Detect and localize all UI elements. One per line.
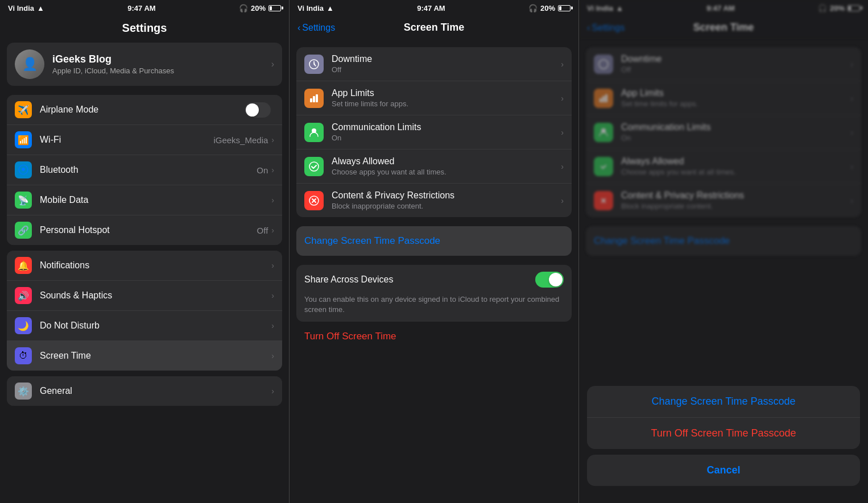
status-left-p2: Vi India ▲ [297,4,334,13]
avatar-image: 👤 [15,49,44,79]
screen-time-list: Downtime Off › App Limits Set time limit… [290,38,578,503]
status-left-p1: Vi India ▲ [8,4,44,13]
action-sheet-overlay: Change Screen Time Passcode Turn Off Scr… [579,386,868,503]
bluetooth-value: On [257,165,268,175]
comm-limits-chevron-icon: › [561,128,564,137]
change-passcode-button[interactable]: Change Screen Time Passcode [296,226,572,256]
general-icon: ⚙️ [15,383,32,400]
svg-rect-11 [602,96,605,102]
headphone-icon-p3: 🎧 [818,4,827,13]
comm-limits-icon [304,123,324,142]
airplane-mode-toggle[interactable] [245,102,271,118]
battery-p2: 20% [540,4,555,13]
always-allowed-chevron-icon: › [561,162,564,171]
screen-time-title-p3: Screen Time [693,22,754,34]
svg-rect-10 [600,98,602,102]
turn-off-screen-time-button[interactable]: Turn Off Screen Time [296,331,572,354]
back-button[interactable]: ‹ Settings [297,23,335,33]
hotspot-value: Off [257,226,268,235]
wifi-label: Wi-Fi [40,135,213,145]
bl-comm-limits-icon [594,123,613,142]
action-cancel-button[interactable]: Cancel [587,455,860,486]
turn-off-passcode-action-label: Turn Off Screen Time Passcode [651,427,796,439]
dnd-icon: 🌙 [15,317,32,334]
sounds-label: Sounds & Haptics [40,290,271,301]
battery-p1: 20% [251,4,266,13]
settings-row-notifications[interactable]: 🔔 Notifications › [7,251,282,281]
content-privacy-sub: Block inappropriate content. [332,202,556,210]
settings-row-bluetooth[interactable]: ⦿ Bluetooth On › [7,155,282,185]
comm-limits-row[interactable]: Communication Limits On › [296,115,572,149]
sounds-icon: 🔊 [15,287,32,304]
share-label: Share Across Devices [304,275,535,285]
screen-time-nav-p3: ‹ Settings Screen Time [579,16,868,38]
status-right-p1: 🎧 20% [239,4,281,13]
status-left-p3: Vi India ▲ [587,4,623,13]
screen-time-chevron-icon: › [271,351,274,360]
status-bar-p2: Vi India ▲ 9:47 AM 🎧 20% [290,0,578,16]
hotspot-icon: 🔗 [15,222,32,239]
bl-app-limits: App Limits Set time limits for apps. › [586,81,861,115]
avatar: 👤 [15,49,44,79]
hotspot-label: Personal Hotspot [40,225,257,235]
settings-row-mobile-data[interactable]: 📡 Mobile Data › [7,185,282,215]
always-allowed-sub: Choose apps you want at all times. [332,168,556,176]
bl-always-allowed-icon [594,157,613,176]
wifi-icon-p2: ▲ [326,4,334,13]
app-limits-row[interactable]: App Limits Set time limits for apps. › [296,81,572,115]
always-allowed-info: Always Allowed Choose apps you want at a… [332,156,556,176]
always-allowed-row[interactable]: Always Allowed Choose apps you want at a… [296,149,572,184]
carrier-p1: Vi India [8,4,34,13]
bluetooth-label: Bluetooth [40,165,257,175]
content-privacy-row[interactable]: Content & Privacy Restrictions Block ina… [296,184,572,217]
settings-row-airplane-mode[interactable]: ✈️ Airplane Mode [7,95,282,125]
action-turn-off-passcode[interactable]: Turn Off Screen Time Passcode [587,418,860,449]
back-button-p3: ‹ Settings [587,23,625,33]
dnd-chevron-icon: › [271,321,274,330]
bluetooth-chevron-icon: › [271,165,274,174]
svg-point-5 [309,162,319,171]
toggle-knob [246,103,259,117]
settings-row-personal-hotspot[interactable]: 🔗 Personal Hotspot Off › [7,215,282,245]
profile-row[interactable]: 👤 iGeeks Blog Apple ID, iCloud, Media & … [7,43,282,86]
settings-section-1: ✈️ Airplane Mode 📶 Wi-Fi iGeeks_Media › … [7,95,282,245]
svg-rect-3 [316,94,318,102]
bl-content-privacy-info: Content & Privacy Restrictions Block ina… [621,190,846,210]
action-change-passcode[interactable]: Change Screen Time Passcode [587,386,860,418]
back-label: Settings [302,23,335,33]
settings-row-wifi[interactable]: 📶 Wi-Fi iGeeks_Media › [7,125,282,155]
share-row[interactable]: Share Across Devices [296,265,572,294]
bl-content-privacy-icon [594,191,613,210]
wifi-icon-p3: ▲ [616,4,623,13]
sounds-chevron-icon: › [271,291,274,300]
share-section: Share Across Devices You can enable this… [296,265,572,322]
screen-time-icon: ⏱ [15,347,32,364]
mobile-data-icon: 📡 [15,192,32,209]
battery-fill-p2 [559,6,561,10]
screen-time-section: Downtime Off › App Limits Set time limit… [296,47,572,217]
settings-row-screen-time[interactable]: ⏱ Screen Time › [7,341,282,371]
notifications-label: Notifications [40,260,271,271]
settings-row-dnd[interactable]: 🌙 Do Not Disturb › [7,311,282,341]
time-p3: 9:47 AM [706,4,734,13]
downtime-row[interactable]: Downtime Off › [296,47,572,81]
panel-settings: Vi India ▲ 9:47 AM 🎧 20% Settings 👤 iGee… [0,0,289,503]
screen-time-nav: ‹ Settings Screen Time [290,16,578,38]
profile-info: iGeeks Blog Apple ID, iCloud, Media & Pu… [52,53,263,75]
share-toggle[interactable] [535,272,564,288]
headphone-icon-p1: 🎧 [239,4,248,13]
svg-rect-12 [605,94,607,102]
comm-limits-label: Communication Limits [332,122,556,132]
bl-app-limits-icon [594,89,613,108]
settings-row-sounds[interactable]: 🔊 Sounds & Haptics › [7,281,282,311]
downtime-sub: Off [332,65,556,74]
downtime-info: Downtime Off [332,54,556,74]
app-limits-chevron-icon: › [561,94,564,103]
profile-name: iGeeks Blog [52,53,263,65]
content-privacy-chevron-icon: › [561,196,564,205]
status-bar-p3: Vi India ▲ 9:47 AM 🎧 20% [579,0,868,16]
headphone-icon-p2: 🎧 [528,4,538,13]
settings-row-general[interactable]: ⚙️ General › [7,376,282,406]
wifi-icon-p1: ▲ [37,4,44,13]
comm-limits-info: Communication Limits On [332,122,556,142]
